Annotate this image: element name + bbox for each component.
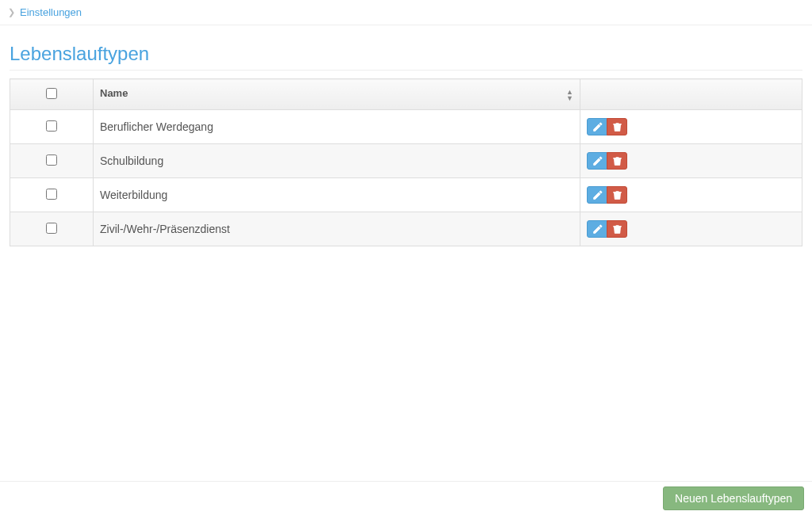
breadcrumb: ❯ Einstellungen [0, 0, 812, 25]
new-cvtype-button[interactable]: Neuen Lebenslauftypen [663, 486, 804, 510]
edit-button[interactable] [587, 220, 607, 238]
row-checkbox[interactable] [46, 189, 57, 200]
trash-icon [612, 224, 622, 235]
cv-types-table: Name ▲▼ Beruflicher Werdegang [10, 78, 802, 246]
sort-icon: ▲▼ [566, 89, 573, 101]
edit-button[interactable] [587, 152, 607, 170]
column-header-name[interactable]: Name ▲▼ [94, 79, 580, 110]
chevron-right-icon: ❯ [8, 7, 15, 17]
pencil-icon [592, 156, 603, 166]
edit-button[interactable] [587, 118, 607, 135]
row-checkbox[interactable] [46, 120, 57, 132]
delete-button[interactable] [607, 118, 627, 135]
delete-button[interactable] [607, 186, 627, 204]
row-name-cell: Weiterbildung [94, 178, 580, 212]
delete-button[interactable] [607, 152, 627, 170]
pencil-icon [592, 122, 603, 132]
bottom-bar: Neuen Lebenslauftypen [0, 481, 812, 515]
column-header-checkbox [10, 79, 94, 110]
pencil-icon [592, 224, 603, 235]
row-checkbox[interactable] [46, 223, 57, 234]
row-name-cell: Zivil-/Wehr-/Präsenzdienst [94, 212, 580, 246]
column-header-name-label: Name [100, 87, 128, 99]
row-name-label: Zivil-/Wehr-/Präsenzdienst [100, 223, 230, 235]
delete-button[interactable] [607, 220, 627, 238]
page-title: Lebenslauftypen [10, 43, 802, 71]
trash-icon [612, 190, 622, 200]
table-row: Zivil-/Wehr-/Präsenzdienst [10, 212, 802, 246]
row-name-label: Weiterbildung [100, 189, 167, 201]
breadcrumb-link-settings[interactable]: Einstellungen [20, 6, 82, 18]
edit-button[interactable] [587, 186, 607, 204]
row-name-cell: Beruflicher Werdegang [94, 110, 580, 144]
column-header-actions [580, 79, 802, 110]
row-checkbox[interactable] [46, 154, 57, 166]
table-row: Weiterbildung [10, 178, 802, 212]
table-row: Beruflicher Werdegang [10, 110, 802, 144]
trash-icon [612, 156, 622, 166]
trash-icon [612, 122, 622, 132]
row-name-label: Schulbildung [100, 154, 163, 167]
row-name-label: Beruflicher Werdegang [100, 120, 213, 133]
select-all-checkbox[interactable] [46, 88, 57, 99]
pencil-icon [592, 190, 603, 200]
row-name-cell: Schulbildung [94, 144, 580, 178]
table-row: Schulbildung [10, 144, 802, 178]
